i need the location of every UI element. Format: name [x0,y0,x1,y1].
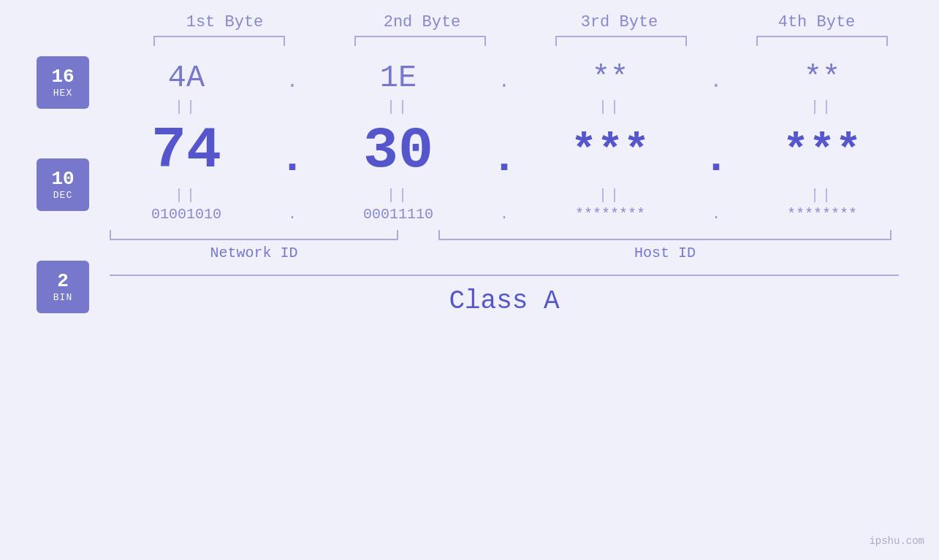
class-label: Class A [449,286,559,316]
bin-badge-label: BIN [53,292,72,303]
hex-dot-1: . [274,64,311,93]
host-id-label: Host ID [438,245,892,261]
dec-cell-2: 30 [318,118,479,184]
bin-dot-2: . [486,206,522,223]
hex-cell-2: 1E [318,61,479,96]
eq2-1: || [106,187,267,204]
dec-value-4: *** [783,126,862,176]
bin-badge: 2 BIN [37,261,89,313]
eq-1: || [106,99,267,115]
bin-value-1: 01001010 [151,206,221,223]
hex-value-3: ** [592,61,628,96]
eq-3: || [530,99,691,115]
bracket-2 [354,36,486,46]
bin-badge-num: 2 [57,271,69,292]
eq-2: || [318,99,479,115]
dec-dot-2: . [486,119,522,183]
hex-row: 4A . 1E . ** . ** [102,61,906,96]
byte-header-2: 2nd Byte [342,13,503,31]
eq-4: || [742,99,902,115]
hex-cell-1: 4A [106,61,267,96]
dec-value-3: *** [571,126,650,176]
byte-header-4: 4th Byte [737,13,897,31]
hex-badge-num: 16 [51,66,74,88]
dec-value-1: 74 [151,118,221,184]
class-row: Class A [110,275,899,316]
bin-value-4: ******** [787,206,857,223]
bin-cell-3: ******** [530,206,691,223]
dec-cell-3: *** [530,126,691,176]
bin-row: 01001010 . 00011110 . ******** . [102,206,906,223]
equals-row-2: || || || || [102,184,906,206]
bin-dot-3: . [698,206,734,223]
hex-value-1: 4A [168,61,205,96]
hex-value-2: 1E [380,61,417,96]
bin-cell-2: 00011110 [318,206,479,223]
bracket-4 [756,36,888,46]
main-container: 1st Byte 2nd Byte 3rd Byte 4th Byte 16 H… [0,0,939,560]
hex-badge-label: HEX [53,88,72,99]
dec-dot-3: . [698,119,734,183]
byte-header-3: 3rd Byte [539,13,700,31]
byte-headers-row: 1st Byte 2nd Byte 3rd Byte 4th Byte [126,13,916,31]
bracket-3 [555,36,687,46]
dec-dot-1: . [274,119,311,183]
network-bracket [110,230,398,240]
hex-badge: 16 HEX [37,56,89,109]
hex-dot-2: . [486,64,522,93]
top-brackets [119,36,923,46]
labels-row: Network ID Host ID [102,245,906,261]
hex-value-4: ** [804,61,840,96]
byte-header-1: 1st Byte [145,13,305,31]
rows-wrapper: 16 HEX 10 DEC 2 BIN 4A . [0,53,939,316]
dec-badge-label: DEC [53,190,72,201]
network-id-label: Network ID [110,245,398,261]
dec-row: 74 . 30 . *** . *** [102,118,906,184]
dec-value-2: 30 [363,118,433,184]
bin-cell-1: 01001010 [106,206,267,223]
dec-badge-num: 10 [51,169,74,190]
eq2-4: || [742,187,902,204]
bracket-1 [153,36,285,46]
bin-dot-1: . [274,206,311,223]
data-rows: 4A . 1E . ** . ** [102,53,906,316]
dec-cell-4: *** [742,126,902,176]
bin-cell-4: ******** [742,206,902,223]
hex-cell-3: ** [530,61,691,96]
dec-cell-1: 74 [106,118,267,184]
host-bracket [438,230,892,240]
badges-column: 16 HEX 10 DEC 2 BIN [0,53,102,316]
equals-row-1: || || || || [102,96,906,118]
bin-value-2: 00011110 [363,206,433,223]
hex-cell-4: ** [742,61,902,96]
bin-value-3: ******** [575,206,645,223]
eq2-3: || [530,187,691,204]
hex-dot-3: . [698,64,734,93]
watermark: ipshu.com [869,535,924,547]
eq2-2: || [318,187,479,204]
dec-badge: 10 DEC [37,158,89,211]
bottom-brackets [102,230,906,240]
